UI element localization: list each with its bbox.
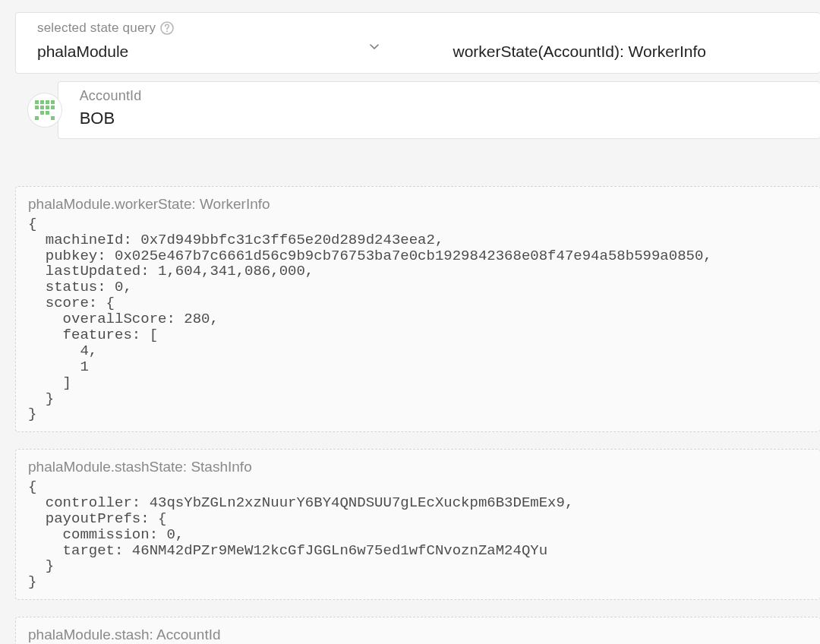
result-workerstate: phalaModule.workerState: WorkerInfo { ma… [15, 186, 820, 432]
svg-rect-7 [51, 106, 55, 109]
result-stash: phalaModule.stash: AccountId 46NM42dPZr9… [15, 617, 820, 644]
account-label: AccountId [80, 87, 806, 106]
svg-rect-11 [51, 116, 55, 120]
query-label: selected state query [37, 19, 393, 37]
result-body: { machineId: 0x7d949bbfc31c3ff65e20d289d… [28, 216, 808, 423]
account-value: BOB [80, 107, 806, 131]
query-label-text: selected state query [37, 19, 156, 37]
result-title: phalaModule.stashState: StashInfo [28, 457, 808, 478]
module-dropdown[interactable]: selected state query phalaModule [37, 19, 393, 62]
svg-rect-10 [35, 116, 39, 120]
chevron-down-icon [370, 44, 379, 50]
svg-rect-13 [46, 106, 49, 109]
svg-rect-3 [51, 100, 55, 104]
result-title: phalaModule.stash: AccountId [28, 625, 808, 644]
svg-rect-6 [35, 106, 39, 109]
result-stashstate: phalaModule.stashState: StashInfo { cont… [15, 449, 820, 600]
result-body: { controller: 43qsYbZGLn2xzNuurY6BY4QNDS… [28, 479, 808, 590]
account-selector[interactable]: AccountId BOB [58, 81, 820, 139]
help-icon[interactable] [160, 21, 174, 35]
svg-rect-8 [40, 111, 44, 115]
state-query-selector: selected state query phalaModule workerS… [15, 12, 820, 74]
method-value: workerState(AccountId): WorkerInfo [453, 40, 809, 62]
result-title: phalaModule.workerState: WorkerInfo [28, 194, 808, 215]
svg-rect-4 [40, 100, 44, 104]
method-dropdown[interactable]: workerState(AccountId): WorkerInfo [453, 24, 809, 62]
module-value: phalaModule [37, 40, 393, 62]
identicon [27, 93, 62, 128]
account-input-row: AccountId BOB [27, 81, 820, 139]
svg-rect-9 [46, 111, 49, 115]
svg-point-1 [166, 30, 168, 32]
svg-rect-2 [35, 100, 39, 104]
svg-rect-5 [46, 100, 49, 104]
svg-rect-12 [40, 106, 44, 109]
